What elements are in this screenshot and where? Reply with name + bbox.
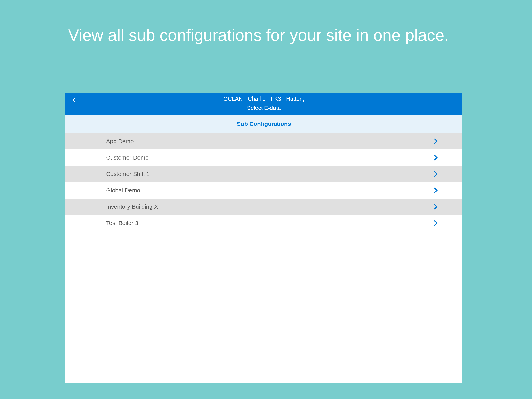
- list-item-label: App Demo: [106, 138, 432, 145]
- chevron-right-icon: [432, 203, 439, 210]
- app-panel: OCLAN - Charlie - FK3 - Hatton, Select E…: [65, 93, 462, 383]
- list-item[interactable]: Inventory Building X: [65, 199, 462, 215]
- chevron-right-icon: [432, 220, 439, 226]
- app-header: OCLAN - Charlie - FK3 - Hatton, Select E…: [65, 93, 462, 115]
- list-item[interactable]: Test Boiler 3: [65, 215, 462, 231]
- list-item[interactable]: Customer Demo: [65, 149, 462, 166]
- chevron-right-icon: [432, 154, 439, 161]
- list-item-label: Customer Shift 1: [106, 171, 432, 177]
- list-item[interactable]: Global Demo: [65, 182, 462, 199]
- page-title: View all sub configurations for your sit…: [68, 25, 470, 45]
- list-item-label: Test Boiler 3: [106, 220, 432, 226]
- list-item[interactable]: App Demo: [65, 133, 462, 149]
- header-subtitle: Select E-data: [71, 105, 457, 111]
- chevron-right-icon: [432, 187, 439, 194]
- config-list: App Demo Customer Demo Customer Shift 1 …: [65, 133, 462, 231]
- list-item-label: Inventory Building X: [106, 203, 432, 210]
- list-item-label: Customer Demo: [106, 154, 432, 161]
- chevron-right-icon: [432, 138, 439, 145]
- list-item-label: Global Demo: [106, 187, 432, 194]
- list-item[interactable]: Customer Shift 1: [65, 166, 462, 182]
- chevron-right-icon: [432, 171, 439, 177]
- back-button[interactable]: [71, 97, 79, 104]
- back-arrow-icon: [72, 97, 79, 104]
- breadcrumb: OCLAN - Charlie - FK3 - Hatton,: [71, 96, 457, 102]
- section-header: Sub Configurations: [65, 115, 462, 133]
